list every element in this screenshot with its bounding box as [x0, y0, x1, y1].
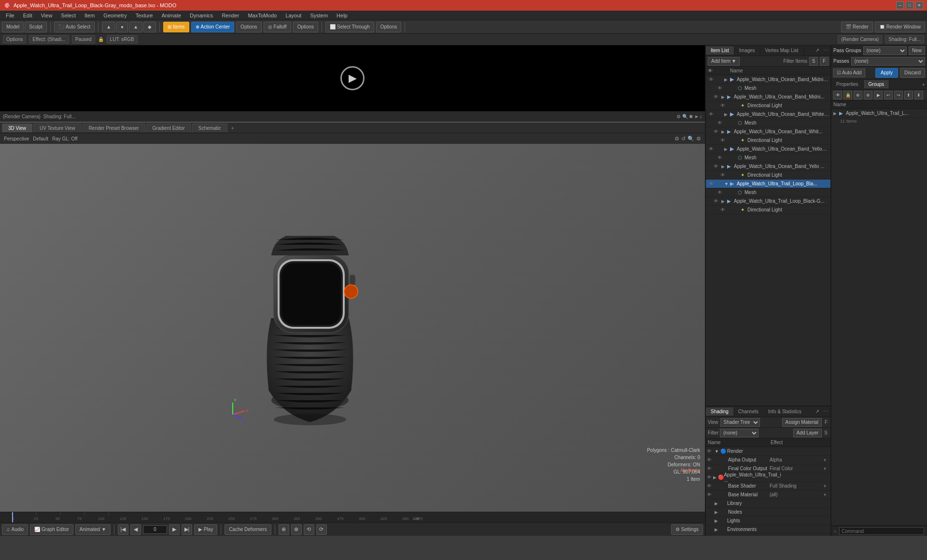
render-window-button[interactable]: 🔲 Render Window	[875, 22, 925, 32]
render-button[interactable]: 🎬 Render	[841, 22, 873, 32]
new-button[interactable]: New	[909, 46, 925, 55]
list-item[interactable]: 👁 ✦ Directional Light	[706, 136, 830, 145]
tab-3d-view[interactable]: 3D View	[2, 124, 32, 132]
fr-icon-6[interactable]: ↩	[884, 91, 893, 99]
tab-channels[interactable]: Channels	[733, 407, 763, 416]
expand-icon[interactable]: ▼	[715, 449, 720, 454]
fr-icon-3[interactable]: ⊕	[854, 91, 862, 99]
perspective-label[interactable]: Perspective	[4, 136, 29, 141]
shader-tree-select[interactable]: Shader Tree	[720, 418, 760, 427]
graph-editor-button[interactable]: 📈 Graph Editor	[30, 524, 73, 535]
menu-dynamics[interactable]: Dynamics	[186, 12, 217, 19]
expand-icon[interactable]: ▶	[721, 164, 727, 169]
paused-label[interactable]: Paused	[72, 35, 95, 43]
falloff-button[interactable]: ◎ Falloff	[264, 22, 291, 32]
list-item[interactable]: 👁 ⬡ Mesh	[706, 84, 830, 93]
shader-item[interactable]: 👁 Bake Items	[706, 534, 830, 536]
tab-groups[interactable]: Groups	[864, 80, 890, 88]
viewport-icon-2[interactable]: ↺	[681, 136, 686, 142]
expand-icon[interactable]: ▶	[724, 77, 730, 82]
transport-icon-1[interactable]: ⊕	[279, 524, 289, 535]
expand-icon[interactable]: ▶	[721, 199, 727, 204]
eye-icon[interactable]: 👁	[720, 138, 728, 143]
list-item[interactable]: 👁 ▶ ▶ Apple_Watch_Ultra_Ocean_Band_White…	[706, 110, 830, 119]
expand-icon[interactable]: ▶	[715, 501, 720, 506]
transport-icon-2[interactable]: ⊗	[291, 524, 302, 535]
menu-edit[interactable]: Edit	[19, 12, 36, 19]
shader-item[interactable]: 👁 ▶ 🔴 Apple_Watch_Ultra_Trail_i ...	[706, 473, 830, 482]
fr-icon-1[interactable]: 👁	[833, 91, 842, 99]
shading-options-button[interactable]: ⋯	[821, 407, 830, 416]
filter-none-select[interactable]: (none)	[720, 429, 758, 437]
lut-label[interactable]: LUT: sRGB	[107, 35, 138, 43]
tab-item-list[interactable]: Item List	[706, 46, 734, 55]
auto-select-button[interactable]: ⬛ Auto Select	[54, 22, 95, 32]
discard-button[interactable]: Discard	[900, 68, 925, 78]
shading-label[interactable]: Shading: Full...	[885, 35, 924, 43]
tab-uv-texture[interactable]: UV Texture View	[33, 124, 82, 132]
maximize-button[interactable]: □	[906, 1, 913, 9]
sel-icon-3[interactable]: ▲	[129, 22, 142, 32]
plus-button[interactable]: +	[920, 81, 927, 88]
shader-item[interactable]: 👁 ▶ Environments	[706, 525, 830, 534]
eye-icon[interactable]: 👁	[717, 85, 725, 91]
filter-f-button[interactable]: F	[820, 57, 829, 66]
expand-panel-button[interactable]: ↗	[813, 46, 821, 55]
effect-dropdown[interactable]: ▼	[823, 466, 829, 471]
list-item[interactable]: 👁 ⬡ Mesh	[706, 119, 830, 127]
effect-dropdown[interactable]: ▼	[823, 492, 829, 497]
audio-button[interactable]: ♫ Audio	[2, 524, 28, 535]
eye-icon[interactable]: 👁	[714, 94, 721, 99]
shader-list[interactable]: 👁 ▼ 🔵 Render 👁 Alpha Output Alpha ▼	[706, 447, 830, 536]
eye-icon[interactable]: 👁	[717, 190, 725, 195]
items-button[interactable]: ⊞ Items	[163, 22, 189, 32]
camera-label[interactable]: (Render Camera)	[838, 35, 882, 43]
tab-properties[interactable]: Properties	[831, 80, 864, 88]
select-through-button[interactable]: ⬜ Select Through	[325, 22, 374, 32]
play-button[interactable]: ▶ Play	[194, 524, 217, 535]
pass-groups-select[interactable]: (none)	[863, 46, 907, 55]
list-item[interactable]: 👁 ⬡ Mesh	[706, 154, 830, 162]
expand-icon[interactable]: ▶	[724, 147, 730, 152]
eye-icon[interactable]: 👁	[720, 172, 728, 178]
eye-icon[interactable]: 👁	[709, 146, 716, 152]
panel-options-button[interactable]: ⋯	[821, 46, 830, 55]
list-item[interactable]: 👁 ▼ ▶ Apple_Watch_Ultra_Trail_Loop_Bla..…	[706, 180, 830, 188]
fr-icon-7[interactable]: ↪	[894, 91, 903, 99]
expand-icon[interactable]: ▶	[715, 527, 720, 532]
command-input[interactable]	[839, 527, 924, 535]
eye-icon[interactable]: 👁	[707, 457, 715, 462]
sculpt-button[interactable]: Sculpt	[25, 22, 47, 32]
eye-icon[interactable]: 👁	[707, 492, 715, 497]
list-item[interactable]: 👁 ▶ ▶ Apple_Watch_Ultra_Trail_Loop_Black…	[706, 197, 830, 206]
list-item[interactable]: 👁 ▶ ▶ Apple_Watch_Ultra_Ocean_Band_Yello…	[706, 162, 830, 171]
options-3-button[interactable]: Options	[376, 22, 401, 32]
minimize-button[interactable]: ─	[896, 1, 904, 9]
auto-add-button[interactable]: ☑ Auto Add	[833, 69, 865, 77]
close-button[interactable]: ✕	[915, 1, 923, 9]
options-2-button[interactable]: Options	[293, 22, 318, 32]
cache-deformers-button[interactable]: Cache Deformers	[225, 524, 271, 535]
viewport[interactable]: Perspective Default Ray GL: Off ⚙ ↺ 🔍 ⚙	[0, 133, 705, 512]
viewport-icon-3[interactable]: 🔍	[688, 136, 694, 142]
eye-icon[interactable]: 👁	[707, 466, 715, 471]
transport-icon-4[interactable]: ⟳	[316, 524, 327, 535]
assign-material-button[interactable]: Assign Material	[782, 418, 822, 427]
eye-icon[interactable]: 👁	[709, 77, 716, 82]
expand-icon[interactable]: ▶	[715, 510, 720, 515]
tree-item[interactable]: ▶ ▶ Apple_Watch_Ultra_Trail_L...	[831, 109, 927, 118]
timeline[interactable]: 0 25 50 75 100 125 150 175 200 225 250 2…	[0, 512, 705, 522]
ray-gl-label[interactable]: Ray GL: Off	[52, 136, 78, 141]
menu-geometry[interactable]: Geometry	[99, 12, 130, 19]
menu-layout[interactable]: Layout	[281, 12, 305, 19]
sel-icon-2[interactable]: ●	[116, 22, 128, 32]
sel-icon-1[interactable]: ▲	[102, 22, 115, 32]
menu-view[interactable]: View	[37, 12, 56, 19]
expand-icon[interactable]: ▶	[833, 111, 839, 116]
frame-input[interactable]	[143, 525, 167, 534]
shader-item[interactable]: 👁 ▶ Library	[706, 499, 830, 508]
shader-item[interactable]: 👁 ▼ 🔵 Render	[706, 447, 830, 456]
eye-icon[interactable]: 👁	[714, 198, 721, 204]
animated-button[interactable]: Animated ▼	[75, 524, 111, 535]
shader-item[interactable]: 👁 ▶ Lights	[706, 517, 830, 525]
